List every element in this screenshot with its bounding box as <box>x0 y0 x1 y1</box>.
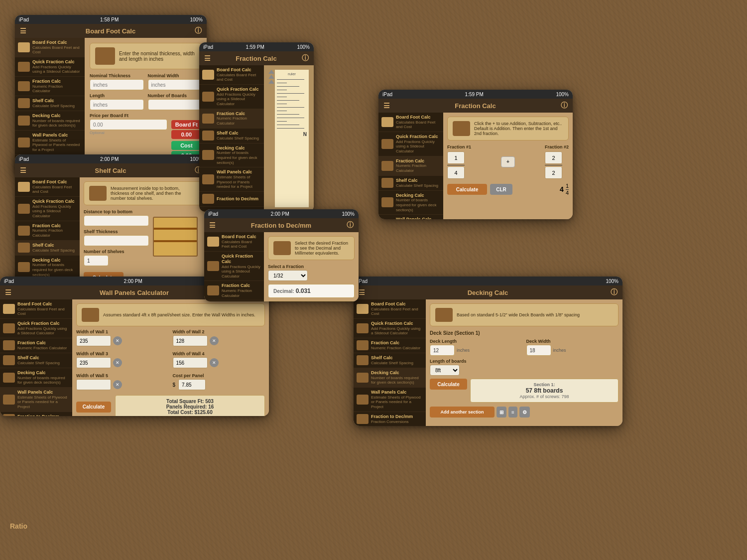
frac1-num-input[interactable] <box>447 151 465 164</box>
si5-1[interactable]: Board Foot Calc Calculates Board Feet an… <box>204 232 264 252</box>
si6-6[interactable]: Wall Panels Calc Estimate Sheets of Plyw… <box>0 388 72 412</box>
si4-3[interactable]: Fraction Calc Numeric Fraction Calculato… <box>15 221 80 241</box>
si2-6[interactable]: Wall Panels Calc Estimate Sheets of Plyw… <box>199 167 264 192</box>
si3-2[interactable]: Quick Fraction Calc Add Fractions Quickl… <box>378 132 443 156</box>
st6-7 <box>3 414 15 416</box>
si3-5[interactable]: Decking Calc Number of boards required f… <box>378 191 443 215</box>
wall5-input[interactable] <box>76 379 111 390</box>
wall3-input[interactable] <box>76 357 111 368</box>
si4-5[interactable]: Decking Calc Number of boards required f… <box>15 256 80 280</box>
wall3-clear[interactable]: ✕ <box>113 358 122 367</box>
deck-icon-btn2[interactable]: ≡ <box>508 407 517 418</box>
si4-2[interactable]: Quick Fraction Calc Add Fractions Quickl… <box>15 197 80 221</box>
si6-7[interactable]: Fraction to Dec/mm Fraction Conversions <box>0 412 72 416</box>
sidebar-item-quick-frac[interactable]: Quick Fraction Calc Add Fractions Quickl… <box>15 57 85 77</box>
wall2-clear[interactable]: ✕ <box>210 336 219 345</box>
calculate-button-3[interactable]: Calculate <box>447 184 487 195</box>
si7-5[interactable]: Decking Calc Number of boards required f… <box>354 368 426 388</box>
menu-icon-3[interactable]: ☰ <box>383 102 390 110</box>
info-icon-3[interactable]: ⓘ <box>561 101 568 110</box>
menu-icon-1[interactable]: ☰ <box>20 27 26 35</box>
sidebar-item-fraction[interactable]: Fraction Calc Numeric Fraction Calculato… <box>15 77 85 96</box>
shelf-dist-input[interactable] <box>84 215 149 226</box>
sidebar-item-decking[interactable]: Decking Calc Number of boards required f… <box>15 111 85 131</box>
main-content-1: Enter the nominal thickness, width and l… <box>85 38 207 174</box>
si6-3[interactable]: Fraction Calc Numeric Fraction Calculato… <box>0 338 72 353</box>
menu-icon-4[interactable]: ☰ <box>20 166 26 174</box>
panels-req-line: Panels Required: 16 <box>119 404 261 410</box>
sidebar-item-shelf[interactable]: Shelf Calc Calculate Shelf Spacing <box>15 96 85 111</box>
board-ft-result-group: Board Ft 0.00 <box>171 120 202 139</box>
menu-icon-6[interactable]: ☰ <box>5 288 11 296</box>
si7-3[interactable]: Fraction Calc Numeric Fraction Calculato… <box>354 338 426 353</box>
sidebar-item-board-foot[interactable]: Board Foot Calc Calculates Board Feet an… <box>15 38 85 57</box>
boards-input[interactable] <box>148 99 202 110</box>
si7-1[interactable]: Board Foot Calc Calculates Board Feet an… <box>354 299 426 319</box>
shelf-num-input[interactable] <box>84 255 109 266</box>
thickness-input[interactable] <box>90 79 144 90</box>
info-icon-1[interactable]: ⓘ <box>195 26 202 35</box>
si7-4[interactable]: Shelf Calc Calculate Shelf Spacing <box>354 353 426 368</box>
shelf-thick-input[interactable] <box>84 235 149 246</box>
fraction-select[interactable]: 1/32 1/16 3/32 1/8 <box>268 270 308 281</box>
si2-5[interactable]: Decking Calc Number of boards required f… <box>199 143 264 168</box>
wall1-clear[interactable]: ✕ <box>113 336 122 345</box>
si5-2[interactable]: Quick Fraction Calc Add Fractions Quickl… <box>204 252 264 281</box>
wall2-input[interactable] <box>173 335 208 346</box>
wall4-clear[interactable]: ✕ <box>210 358 219 367</box>
si2-3[interactable]: Fraction Calc Numeric Fraction Calculato… <box>199 109 264 129</box>
deck-width-input[interactable] <box>526 345 551 356</box>
length-input[interactable] <box>90 99 144 110</box>
wall5-clear[interactable]: ✕ <box>113 380 122 389</box>
sidebar-item-wallpanels[interactable]: Wall Panels Calc Estimate Sheets of Plyw… <box>15 131 85 155</box>
si7-6[interactable]: Wall Panels Calc Estimate Sheets of Plyw… <box>354 388 426 412</box>
si5-3[interactable]: Fraction Calc Numeric Fraction Calculato… <box>204 281 264 300</box>
add-section-button[interactable]: Add another section <box>430 407 495 418</box>
si3-6[interactable]: Wall Panels Calc Estimate Sheets of Plyw… <box>378 215 443 219</box>
titlebar-3: ☰ Fraction Calc ⓘ <box>378 99 573 113</box>
frac2-num-input[interactable] <box>545 151 562 164</box>
si3-1[interactable]: Board Foot Calc Calculates Board Feet an… <box>378 113 443 132</box>
info-icon-2[interactable]: ⓘ <box>302 54 309 63</box>
calc-deck-button[interactable]: Calculate <box>430 379 467 390</box>
si2-4[interactable]: Shelf Calc Calculate Shelf Spacing <box>199 129 264 143</box>
si5-4[interactable]: Shelf Calc <box>204 300 264 301</box>
menu-icon-2[interactable]: ☰ <box>204 54 211 62</box>
menu-icon-5[interactable]: ☰ <box>209 221 216 229</box>
ruler-ticks <box>277 78 307 130</box>
board-length-select[interactable]: 8ft 10ft 12ft <box>430 365 460 376</box>
si6-2[interactable]: Quick Fraction Calc Add Fractions Quickl… <box>0 319 72 338</box>
price-input[interactable] <box>90 119 167 130</box>
deck-icon-btn1[interactable]: ⊞ <box>497 407 506 418</box>
wall4-input[interactable] <box>173 357 208 368</box>
operator-button[interactable]: + <box>501 156 515 167</box>
si2-7[interactable]: Fraction to Dec/mm <box>199 192 264 207</box>
si6-5[interactable]: Decking Calc Number of boards required f… <box>0 368 72 388</box>
si7-2[interactable]: Quick Fraction Calc Add Fractions Quickl… <box>354 319 426 338</box>
menu-icon-7[interactable]: ☰ <box>359 288 365 296</box>
boards-label: Number of Boards <box>148 93 202 98</box>
calc-wall-button[interactable]: Calculate <box>76 402 111 413</box>
info-icon-7[interactable]: ⓘ <box>611 288 618 297</box>
width-input[interactable] <box>148 79 202 90</box>
frac2-den-input[interactable] <box>545 166 562 179</box>
cost-panel-input[interactable] <box>178 379 206 390</box>
si3-4[interactable]: Shelf Calc Calculate Shelf Spacing <box>378 176 443 191</box>
cost-panel-label: Cost per Panel <box>173 373 265 378</box>
clr-button[interactable]: CLR <box>490 184 512 195</box>
si6-1[interactable]: Board Foot Calc Calculates Board Feet an… <box>0 299 72 319</box>
si4-4[interactable]: Shelf Calc Calculate Shelf Spacing <box>15 241 80 256</box>
frac1-den-input[interactable] <box>447 166 465 179</box>
si4-1[interactable]: Board Foot Calc Calculates Board Feet an… <box>15 177 80 197</box>
si6-4[interactable]: Shelf Calc Calculate Shelf Spacing <box>0 353 72 368</box>
info-icon-5[interactable]: ⓘ <box>347 221 354 230</box>
wall1-input[interactable] <box>76 335 111 346</box>
stx4-1: Board Foot Calc Calculates Board Feet an… <box>32 179 77 194</box>
deck-length-input[interactable] <box>430 345 455 356</box>
si2-2[interactable]: Quick Fraction Calc Add Fractions Quickl… <box>199 85 264 109</box>
si3-3[interactable]: Fraction Calc Numeric Fraction Calculato… <box>378 156 443 176</box>
total-sqft-value: 503 <box>205 399 214 404</box>
deck-icon-btn3[interactable]: ⚙ <box>519 407 530 418</box>
si2-1[interactable]: Board Foot Calc Calculates Board Feet an… <box>199 65 264 85</box>
si7-7[interactable]: Fraction to Dec/mm Fraction Conversions <box>354 412 426 426</box>
